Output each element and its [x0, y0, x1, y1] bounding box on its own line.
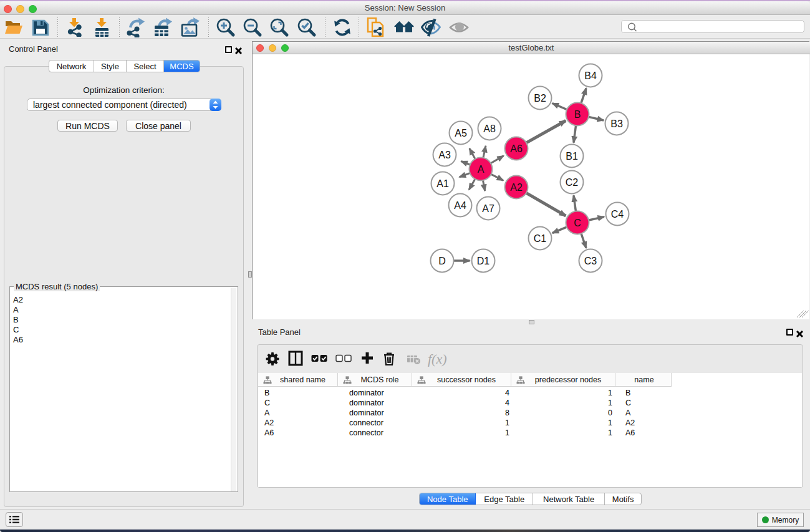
svg-text:A2: A2: [510, 182, 523, 193]
svg-text:A7: A7: [482, 203, 494, 214]
svg-text:A: A: [478, 164, 485, 175]
svg-text:C3: C3: [584, 256, 597, 266]
svg-text:A5: A5: [455, 128, 467, 138]
svg-text:C: C: [574, 218, 581, 228]
svg-text:A1: A1: [436, 178, 449, 189]
svg-text:D: D: [438, 256, 446, 266]
svg-text:C4: C4: [611, 209, 624, 220]
svg-text:C1: C1: [534, 233, 547, 244]
svg-text:B1: B1: [566, 151, 578, 162]
svg-text:B2: B2: [534, 93, 546, 104]
svg-text:A4: A4: [454, 200, 466, 211]
svg-text:A3: A3: [438, 150, 451, 160]
svg-text:B3: B3: [610, 118, 623, 129]
svg-text:B4: B4: [584, 70, 597, 81]
svg-text:A6: A6: [510, 143, 523, 154]
svg-text:D1: D1: [477, 256, 490, 266]
svg-text:f(x): f(x): [428, 351, 447, 367]
svg-text:A8: A8: [483, 123, 496, 134]
svg-text:B: B: [574, 109, 581, 120]
svg-text:C2: C2: [566, 177, 579, 188]
